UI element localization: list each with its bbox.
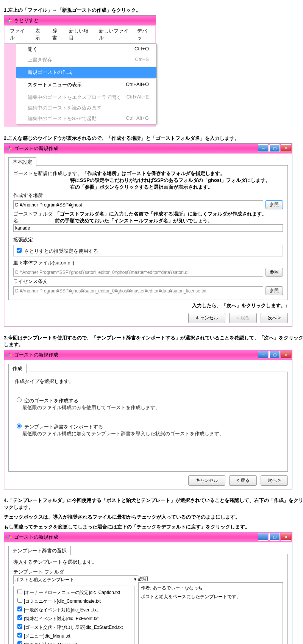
menu-launch-ssp: 編集中のゴーストをSSPで起動Ctrl+Alt+G [16, 113, 156, 124]
svg-point-10 [7, 354, 9, 356]
svg-point-15 [10, 536, 12, 538]
maximize-button[interactable]: ▢ [269, 533, 280, 541]
satolist-window: さとりすと ファイル 表示 辞書 新しい項目 新しいファイル デバッ 開くCtr… [4, 15, 156, 127]
folder-input[interactable] [13, 224, 283, 232]
menu-file[interactable]: ファイル [6, 27, 31, 42]
new-ghost-window-1: ゴーストの新規作成 ─ ▢ ✕ 基本設定 ゴーストを新規に作成します。「作成する… [4, 143, 292, 327]
back-button[interactable]: < 戻る [229, 475, 256, 486]
recommended-checkbox[interactable]: さとりすとの推奨設定を使用する [15, 248, 98, 254]
svg-point-14 [7, 536, 9, 538]
intro-text: 作成タイプを選択します。 [15, 378, 281, 385]
minimize-button[interactable]: ─ [258, 351, 269, 358]
annotation: 「ゴーストフォルダ名」に入力した名前で「作成する場所」に新しくフォルダが作成され… [55, 211, 283, 217]
file-checkbox-row[interactable]: [オーナードローメニューの設定]dic_Caption.txt [15, 588, 133, 596]
svg-point-7 [10, 148, 12, 149]
svg-point-4 [9, 20, 10, 21]
menu-dict[interactable]: 辞書 [48, 27, 65, 42]
file-checklist[interactable]: [オーナードローメニューの設定]dic_Caption.txt[コミュニケート]… [13, 586, 134, 644]
file-checkbox-row[interactable]: [一般的なイベント対応]dic_Event.txt [15, 605, 133, 614]
file-checkbox-row[interactable]: [メニュー]dic_Menu.txt [15, 631, 133, 640]
label-license: ライセンス条文 [13, 278, 283, 285]
svg-point-2 [10, 20, 12, 21]
annotation: 右の「参照」ボタンをクリックすると選択画面が表示されます。 [70, 184, 283, 191]
svg-point-16 [9, 538, 10, 539]
opt2-desc: 最低限のファイル構成に加えてテンプレート辞書を導入した状態のゴーストを作成します… [22, 430, 281, 437]
menu-debug[interactable]: デバッ [133, 27, 154, 42]
svg-point-1 [7, 20, 9, 21]
app-title: さとりすと [14, 17, 39, 24]
file-checkbox-row[interactable]: [ゴースト交代・呼び出し反応]dic_ExStartEnd.txt [15, 622, 133, 631]
next-button[interactable]: 次へ > [261, 475, 288, 486]
label-location: 作成する場所 [13, 192, 283, 199]
maximize-button[interactable]: ▢ [269, 351, 280, 358]
new-ghost-window-3: ゴーストの新規作成 ─ ▢ ✕ テンプレート辞書の選択 導入するテンプレートを選… [4, 532, 292, 644]
tab-template-select[interactable]: テンプレート辞書の選択 [8, 546, 71, 555]
menubar: ファイル 表示 辞書 新しい項目 新しいファイル デバッ [5, 26, 155, 44]
titlebar: ゴーストの新規作成 ─ ▢ ✕ [4, 532, 292, 542]
step2-title: 2.こんな感じのウインドウが表示されるので、「作成する場所」と「ゴーストフォルダ… [4, 135, 303, 142]
label-ext: 拡張設定 [13, 236, 283, 243]
menu-newfile[interactable]: 新しいファイル [95, 27, 133, 42]
file-checkbox-row[interactable]: [特殊なイベント対応]dic_ExEvent.txt [15, 614, 133, 622]
label-satori: 里々本体ファイル(satori.dll) [13, 259, 283, 266]
cancel-button[interactable]: キャンセル [188, 313, 225, 323]
annotation: 前の手順で決めておいた「インストールフォルダ名」が良いでしょう。 [55, 217, 283, 224]
svg-point-6 [7, 148, 9, 149]
location-input[interactable] [13, 200, 263, 209]
menu-reload: 編集中のゴーストを読み込み直す [16, 103, 156, 113]
license-input [13, 286, 263, 295]
app-icon [6, 145, 12, 152]
menu-view[interactable]: 表示 [31, 27, 48, 42]
svg-point-8 [9, 149, 10, 151]
intro-text: 導入するテンプレートを選択します。 [13, 559, 283, 566]
label-description: 説明 [138, 575, 283, 582]
radio-empty[interactable]: 空のゴーストを作成する [15, 398, 78, 403]
browse-button[interactable]: 参照 [266, 268, 283, 277]
close-button[interactable]: ✕ [281, 533, 291, 541]
svg-point-13 [9, 535, 10, 536]
next-button[interactable]: 次へ > [261, 313, 288, 323]
template-folder-select[interactable]: ポストと狛犬とテンプレート▾ [13, 575, 138, 584]
menu-new-ghost[interactable]: 新規ゴーストの作成 [16, 67, 156, 78]
svg-point-11 [10, 354, 12, 356]
step4-note1: チェックボックスは、導入が推奨されるファイルに最初からチェックが入っているのでそ… [4, 514, 303, 521]
menu-newitem[interactable]: 新しい項目 [65, 27, 94, 42]
minimize-button[interactable]: ─ [258, 144, 269, 152]
description-box: 作者: あーるでぃー・ななっち ポストと狛犬をベースにしたテンプレートです。 [138, 582, 283, 644]
window-title: ゴーストの新規作成 [14, 145, 58, 152]
menu-open[interactable]: 開くCtrl+O [16, 44, 156, 55]
radio-template[interactable]: テンプレート辞書をインポートする [15, 424, 103, 430]
tab-basic[interactable]: 基本設定 [8, 157, 36, 167]
svg-point-5 [9, 146, 10, 148]
new-ghost-window-2: ゴーストの新規作成 ─ ▢ ✕ 作成 作成タイプを選択します。 空のゴーストを作… [4, 350, 292, 489]
file-checkbox-row[interactable]: [コミュニケート]dic_Communicate.txt [15, 596, 133, 605]
window-title: ゴーストの新規作成 [14, 352, 58, 358]
app-icon [6, 534, 12, 540]
window-title: ゴーストの新規作成 [14, 534, 58, 541]
browse-button[interactable]: 参照 [266, 200, 283, 209]
file-checkbox-row[interactable]: [マウス反応]dic_Mouse.txt [15, 640, 133, 644]
opt1-desc: 最低限のファイル構成のみを使用してゴーストを作成します。 [22, 404, 281, 411]
label-template-folder: テンプレート フォルダ [13, 569, 283, 575]
menu-startmenu[interactable]: スタートメニューの表示Ctrl+Alt+O [16, 80, 156, 90]
step3-title: 3.今回はテンプレートを使用するので、「テンプレート辞書をインポートする」が選択… [4, 335, 303, 348]
svg-point-12 [9, 356, 10, 357]
maximize-button[interactable]: ▢ [269, 144, 280, 152]
app-icon [6, 352, 12, 358]
window-body: ファイル 表示 辞書 新しい項目 新しいファイル デバッ 開くCtrl+O 上書… [4, 25, 156, 127]
cancel-button[interactable]: キャンセル [188, 475, 225, 486]
menu-open-explorer: 編集中のゴーストをエクスプローラで開くCtrl+Alt+E [16, 92, 156, 103]
browse-button[interactable]: 参照 [266, 286, 283, 295]
minimize-button[interactable]: ─ [258, 533, 269, 541]
close-button[interactable]: ✕ [281, 351, 291, 358]
annotation: 「作成する場所」はゴーストを保存するフォルダを指定します。 [82, 170, 225, 176]
file-menu-dropdown: 開くCtrl+O 上書き保存Ctrl+S 新規ゴーストの作成 スタートメニューの… [16, 44, 157, 124]
tab-create[interactable]: 作成 [8, 364, 27, 373]
annotation: 特にSSPの設定やこだわりがなければSSPのあるフォルダの「ghost」フォルダ… [70, 177, 283, 184]
titlebar: ゴーストの新規作成 ─ ▢ ✕ [4, 144, 292, 153]
chevron-down-icon: ▾ [134, 577, 136, 583]
back-button: < 戻る [229, 313, 256, 323]
close-button[interactable]: ✕ [281, 144, 291, 152]
app-icon [6, 17, 12, 23]
annotation: 入力したら、「次へ」をクリックします。↓ [8, 302, 288, 309]
